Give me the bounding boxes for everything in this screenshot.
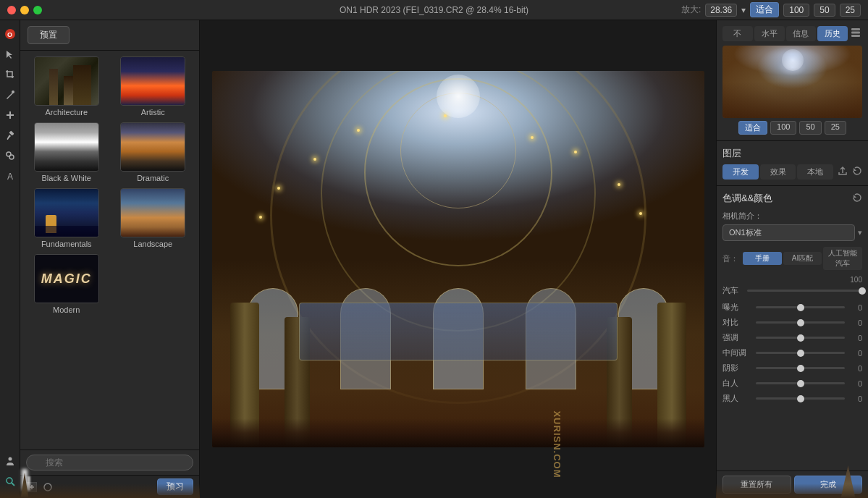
highlights-track[interactable] xyxy=(756,337,845,339)
exposure-value: 0 xyxy=(848,303,862,312)
zoom-25-button[interactable]: 25 xyxy=(840,4,861,17)
zoom-fit-button[interactable]: 适合 xyxy=(750,2,779,17)
layer-tab-local[interactable]: 本地 xyxy=(797,164,833,180)
titlebar: ON1 HDR 2023 (FEI_0319.CR2 @ 28.4% 16-bi… xyxy=(0,0,868,20)
tone-tab-manual[interactable]: 手册 xyxy=(743,252,782,265)
zoom-value[interactable]: 28.36 xyxy=(705,4,737,17)
architecture-thumbnail xyxy=(35,57,98,105)
slider-whites: 白人 0 xyxy=(722,378,862,389)
main-image xyxy=(212,71,704,447)
presets-header: 预置 xyxy=(20,20,199,51)
tool-paint[interactable] xyxy=(2,127,18,143)
svg-point-7 xyxy=(8,457,12,461)
auto-slider-track[interactable] xyxy=(747,290,862,292)
preset-thumb-dramatic xyxy=(120,122,185,172)
midtones-track[interactable] xyxy=(756,352,845,354)
color-section-title: 色调&&颜色 xyxy=(722,192,772,205)
zoom-dropdown-icon: ▾ xyxy=(741,5,746,15)
contrast-value: 0 xyxy=(848,318,862,327)
tool-brush[interactable] xyxy=(2,87,18,103)
shadows-track[interactable] xyxy=(756,367,845,369)
preset-item-fundamentals[interactable]: Fundamentals xyxy=(26,188,107,248)
preset-item-artistic[interactable]: Artistic xyxy=(113,56,194,117)
shadows-value: 0 xyxy=(848,364,862,373)
preset-label-bw: Black & White xyxy=(42,174,91,182)
presets-button[interactable]: 预置 xyxy=(28,26,69,44)
tool-clone[interactable] xyxy=(2,148,18,164)
svg-point-8 xyxy=(7,478,12,484)
svg-rect-12 xyxy=(851,28,860,30)
zoom-100-button[interactable]: 100 xyxy=(783,4,809,17)
window-controls xyxy=(7,6,42,14)
minimize-button[interactable] xyxy=(20,6,29,14)
layer-share-icon[interactable] xyxy=(838,166,848,178)
tool-crop[interactable] xyxy=(2,67,18,83)
zoom-50-button[interactable]: 50 xyxy=(814,4,835,17)
tab-no[interactable]: 不 xyxy=(722,26,753,41)
tone-tab-ai-auto[interactable]: 人工智能汽车 xyxy=(823,247,862,270)
layer-tab-develop[interactable]: 开发 xyxy=(722,164,759,180)
preset-label-dramatic: Dramatic xyxy=(137,174,169,182)
tab-horizontal[interactable]: 水平 xyxy=(754,26,785,41)
tab-history[interactable]: 历史 xyxy=(817,26,848,41)
camera-profile-select[interactable]: ON1标准 xyxy=(722,224,855,241)
blacks-value: 0 xyxy=(848,394,862,403)
exposure-label: 曝光 xyxy=(722,302,753,313)
maximize-button[interactable] xyxy=(33,6,42,14)
preset-label-modern: Modern xyxy=(53,305,80,314)
app-layout: O A 预置 xyxy=(0,20,868,498)
auto-slider-section: 100 汽车 xyxy=(722,276,862,296)
tool-cursor[interactable] xyxy=(2,46,18,62)
slider-midtones: 中间调 0 xyxy=(722,347,862,358)
layer-tab-effects[interactable]: 效果 xyxy=(760,164,796,180)
artistic-thumbnail xyxy=(121,57,185,105)
modern-thumbnail: MAGIC xyxy=(35,255,98,303)
preset-label-landscape: Landscape xyxy=(133,240,172,248)
layer-reset-icon[interactable] xyxy=(852,166,862,178)
profile-dropdown-icon[interactable]: ▾ xyxy=(858,228,862,237)
auto-value: 100 xyxy=(850,276,862,284)
preset-thumb-bw xyxy=(34,122,99,172)
whites-track[interactable] xyxy=(756,382,845,384)
blacks-track[interactable] xyxy=(756,397,845,400)
panel-settings-icon[interactable] xyxy=(849,26,862,39)
exposure-track[interactable] xyxy=(756,306,845,308)
svg-rect-13 xyxy=(851,32,860,34)
landscape-thumbnail xyxy=(121,189,185,237)
preview-fit-button[interactable]: 适合 xyxy=(738,121,767,135)
preset-item-modern[interactable]: MAGIC Modern xyxy=(26,254,107,314)
layers-tabs: 开发 效果 本地 xyxy=(722,164,833,180)
preset-label-fundamentals: Fundamentals xyxy=(41,240,92,248)
right-panel-top: 不 水平 信息 历史 适合 100 50 25 xyxy=(717,20,868,141)
tool-person[interactable] xyxy=(2,453,18,469)
preset-item-dramatic[interactable]: Dramatic xyxy=(113,122,194,182)
camera-profile-section: 相机简介： ON1标准 ▾ xyxy=(722,211,862,241)
preview-100-button[interactable]: 100 xyxy=(770,121,796,135)
slider-contrast: 对比 0 xyxy=(722,317,862,328)
svg-rect-14 xyxy=(851,35,860,37)
preview-50-button[interactable]: 50 xyxy=(799,121,821,135)
preset-item-bw[interactable]: Black & White xyxy=(26,122,107,182)
contrast-track[interactable] xyxy=(756,321,845,324)
blacks-label: 黑人 xyxy=(722,393,753,404)
preview-25-button[interactable]: 25 xyxy=(825,121,846,135)
dramatic-thumbnail xyxy=(121,123,185,171)
contrast-label: 对比 xyxy=(722,317,753,328)
preset-item-architecture[interactable]: Architecture xyxy=(26,56,107,117)
tool-type[interactable]: A xyxy=(2,168,18,184)
svg-point-5 xyxy=(9,155,14,159)
color-reset-icon[interactable] xyxy=(852,193,862,205)
svg-rect-3 xyxy=(9,130,14,135)
preset-item-landscape[interactable]: Landscape xyxy=(113,188,194,248)
tool-heal[interactable] xyxy=(2,107,18,123)
search-wrap: 🔍 xyxy=(26,455,193,470)
close-button[interactable] xyxy=(7,6,16,14)
zoom-controls: 放大: 28.36 ▾ 适合 100 50 25 xyxy=(681,2,861,17)
shadows-label: 阴影 xyxy=(722,363,753,374)
search-input[interactable] xyxy=(26,455,193,470)
tab-info[interactable]: 信息 xyxy=(786,26,817,41)
auto-slider-row: 汽车 xyxy=(722,285,862,296)
tone-tab-ai[interactable]: AI匹配 xyxy=(783,252,822,265)
auto-label: 汽车 xyxy=(722,285,744,296)
preview-zoom-controls: 适合 100 50 25 xyxy=(722,121,862,135)
